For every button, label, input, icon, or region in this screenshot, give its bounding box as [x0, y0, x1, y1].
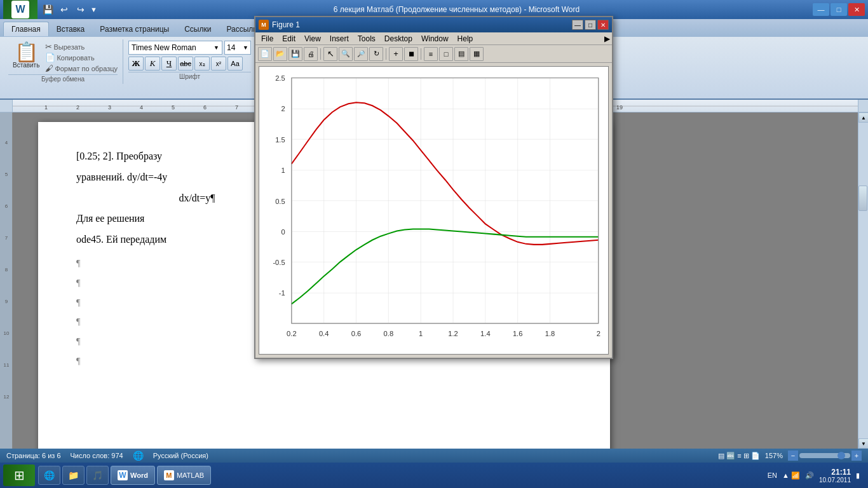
matlab-menu-insert[interactable]: Insert	[326, 34, 353, 44]
taskbar-items: 🌐 📁 🎵 W Word M MATLAB	[38, 466, 211, 485]
matlab-open-btn[interactable]: 📂	[273, 47, 287, 61]
matlab-figure-window: M Figure 1 — □ ✕ File Edit View Insert T…	[254, 16, 613, 359]
svg-text:1.5: 1.5	[275, 136, 285, 144]
zoom-slider[interactable]	[799, 453, 850, 458]
cut-btn[interactable]: ✂ Вырезать	[45, 42, 118, 51]
taskbar-matlab[interactable]: M MATLAB	[157, 466, 211, 485]
svg-text:11: 11	[3, 362, 9, 368]
matlab-brush-btn[interactable]: ◼	[404, 47, 418, 61]
matlab-rotate-btn[interactable]: ↻	[369, 47, 383, 61]
matlab-menu-arrow[interactable]: ▶	[604, 34, 610, 43]
title-buttons: — □ ✕	[813, 3, 865, 16]
copy-btn[interactable]: 📄 Копировать	[45, 53, 118, 62]
svg-text:1: 1	[44, 104, 48, 111]
qa-undo-btn[interactable]: ↩	[57, 3, 71, 17]
para-mark-1: ¶	[76, 259, 80, 268]
svg-text:5: 5	[172, 104, 175, 111]
svg-text:-1: -1	[279, 289, 285, 297]
start-button[interactable]: ⊞	[3, 464, 35, 486]
tab-home[interactable]: Главная	[3, 22, 49, 36]
zoom-thumb[interactable]	[837, 452, 845, 459]
ribbon-group-font: Times New Roman ▼ 14 ▼ Ж К Ч abc x₂ x² A…	[125, 39, 255, 81]
doc-line-5: ode45. Ей передадим	[76, 234, 166, 245]
word-count: Число слов: 974	[71, 452, 123, 459]
tab-page-layout[interactable]: Разметка страницы	[92, 22, 177, 36]
tray-show-desktop[interactable]: ▮	[856, 471, 860, 480]
matlab-cursor-btn[interactable]: ↖	[323, 47, 337, 61]
svg-text:7: 7	[4, 235, 8, 241]
matlab-menu-edit[interactable]: Edit	[278, 34, 299, 44]
bold-button[interactable]: Ж	[128, 57, 144, 71]
matlab-print-btn[interactable]: 🖨	[304, 47, 318, 61]
matlab-legend-btn[interactable]: □	[439, 47, 453, 61]
qa-redo-btn[interactable]: ↪	[74, 3, 88, 17]
para-mark-5: ¶	[76, 337, 80, 346]
paste-label: Вставить	[13, 62, 39, 69]
paste-button[interactable]: 📋 Вставить	[8, 41, 44, 73]
font-name-input[interactable]: Times New Roman ▼	[128, 41, 222, 55]
matlab-menu-file[interactable]: File	[257, 34, 277, 44]
matlab-colorbar-btn[interactable]: ≡	[424, 47, 438, 61]
taskbar-explorer[interactable]: 📁	[62, 466, 85, 485]
para-mark-6: ¶	[76, 356, 80, 366]
underline-button[interactable]: Ч	[161, 57, 177, 71]
ruler-corner	[0, 100, 13, 112]
svg-text:5: 5	[4, 172, 8, 177]
matlab-subplot2-btn[interactable]: ▦	[470, 47, 484, 61]
close-button[interactable]: ✕	[848, 3, 865, 16]
matlab-title-bar: M Figure 1 — □ ✕	[255, 17, 612, 32]
matlab-toolbar: 📄 📂 💾 🖨 ↖ 🔍 🔎 ↻ + ◼ ≡ □ ▤ ▦	[255, 45, 612, 63]
matlab-minimize-btn[interactable]: —	[572, 20, 583, 30]
toolbar-sep-1	[320, 48, 321, 60]
zoom-in-btn[interactable]: +	[851, 451, 862, 461]
matlab-save-btn[interactable]: 💾	[288, 47, 302, 61]
tab-insert[interactable]: Вставка	[49, 22, 93, 36]
matlab-menu-view[interactable]: View	[301, 34, 325, 44]
minimize-button[interactable]: —	[813, 3, 829, 16]
matlab-menu-tools[interactable]: Tools	[354, 34, 379, 44]
taskbar-word[interactable]: W Word	[111, 466, 155, 485]
ribbon-group-clipboard: 📋 Вставить ✂ Вырезать 📄 Копировать 🖌 Фор…	[3, 39, 123, 84]
strikethrough-button[interactable]: abc	[178, 57, 193, 71]
italic-button[interactable]: К	[145, 57, 160, 71]
tray-network: ▲ 📶	[782, 471, 800, 480]
maximize-button[interactable]: □	[831, 3, 847, 16]
svg-text:1.6: 1.6	[513, 330, 523, 337]
svg-text:1.4: 1.4	[480, 330, 491, 337]
svg-text:-0.5: -0.5	[273, 259, 285, 266]
font-size-input[interactable]: 14 ▼	[224, 41, 251, 55]
matlab-subplot1-btn[interactable]: ▤	[454, 47, 468, 61]
word-title-text: 6 лекция Матлаб (Продолжение численных м…	[100, 5, 813, 14]
language: Русский (Россия)	[153, 452, 208, 459]
format-painter-btn[interactable]: 🖌 Формат по образцу	[45, 64, 118, 73]
svg-text:6: 6	[203, 104, 207, 111]
scroll-up-btn[interactable]: ▲	[858, 112, 868, 123]
change-case-button[interactable]: Aa	[227, 57, 243, 71]
scroll-down-btn[interactable]: ▼	[858, 438, 868, 449]
vertical-scrollbar[interactable]: ▲ ▼	[858, 112, 868, 449]
qa-save-btn[interactable]: 💾	[41, 3, 55, 17]
tray-clock: 21:11 10.07.2011	[819, 468, 851, 484]
zoom-out-btn[interactable]: −	[788, 451, 798, 461]
tray-volume: 🔊	[805, 471, 814, 480]
matlab-zoom-out-btn[interactable]: 🔎	[354, 47, 368, 61]
matlab-new-btn[interactable]: 📄	[258, 47, 272, 61]
matlab-close-btn[interactable]: ✕	[597, 20, 609, 30]
tab-references[interactable]: Ссылки	[177, 22, 219, 36]
matlab-zoom-in-btn[interactable]: 🔍	[339, 47, 353, 61]
matlab-menu-desktop[interactable]: Desktop	[381, 34, 416, 44]
taskbar-ie[interactable]: 🌐	[38, 466, 60, 485]
svg-text:1.8: 1.8	[545, 330, 555, 337]
superscript-button[interactable]: x²	[211, 57, 226, 71]
taskbar-winamp[interactable]: 🎵	[86, 466, 109, 485]
svg-text:0.8: 0.8	[384, 330, 394, 337]
matlab-maximize-btn[interactable]: □	[585, 20, 596, 30]
taskbar-word-label: Word	[130, 471, 148, 479]
matlab-menu-help[interactable]: Help	[454, 34, 477, 44]
subscript-button[interactable]: x₂	[194, 57, 210, 71]
matlab-datacursor-btn[interactable]: +	[389, 47, 403, 61]
scroll-track[interactable]	[858, 123, 868, 438]
svg-text:4: 4	[140, 104, 143, 111]
scroll-thumb[interactable]	[858, 186, 867, 211]
matlab-menu-window[interactable]: Window	[417, 34, 452, 44]
